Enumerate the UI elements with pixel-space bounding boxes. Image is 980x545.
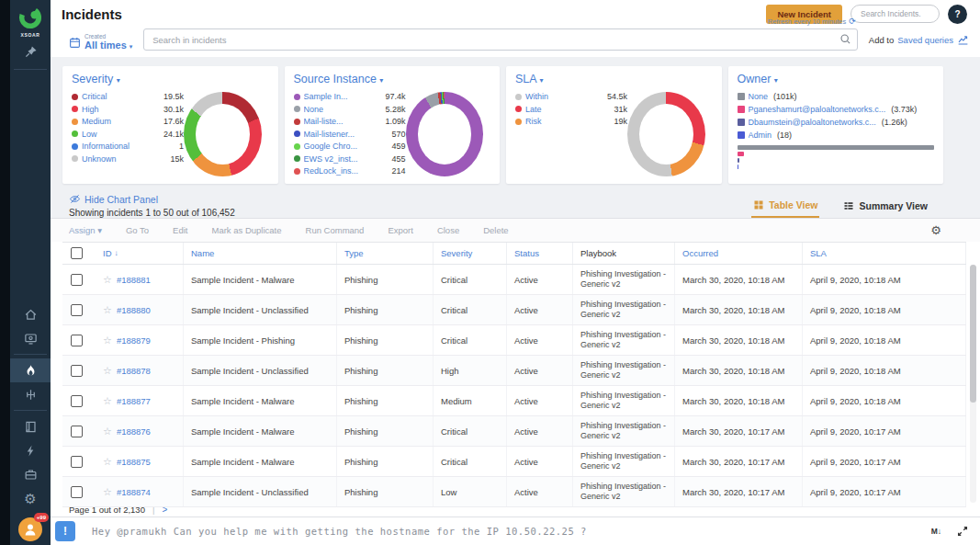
scrollbar-thumb[interactable] [970,265,976,403]
user-avatar[interactable]: +99 [18,517,42,541]
table-row[interactable]: ☆#188875Sample Incident - MalwarePhishin… [62,447,966,477]
owner-bar[interactable] [738,158,740,163]
row-checkbox[interactable] [71,395,83,407]
legend-item[interactable]: High30.1k [72,105,184,114]
legend-item[interactable]: Critical19.5k [72,92,184,101]
table-row[interactable]: ☆#188879Sample Incident - PhishingPhishi… [62,325,966,356]
legend-item[interactable]: Pganeshamurt@paloaltonetworks.c...(3.73k… [738,105,918,114]
incident-id-link[interactable]: #188875 [117,457,151,467]
table-row[interactable]: ☆#188876Sample Incident - MalwarePhishin… [62,416,966,447]
saved-queries-link[interactable]: Saved queries [897,35,953,45]
action-go-to[interactable]: Go To [126,225,149,235]
star-icon[interactable]: ☆ [103,274,112,286]
table-row[interactable]: ☆#188880Sample Incident - UnclassifiedPh… [62,295,966,325]
row-checkbox[interactable] [71,304,83,316]
legend-item[interactable]: None5.28k [294,105,406,114]
sidebar-item-dashboards[interactable] [10,326,51,350]
legend-item[interactable]: EWS v2_inst...455 [294,154,406,164]
table-row[interactable]: ☆#188878Sample Incident - UnclassifiedPh… [62,356,966,386]
table-row[interactable]: ☆#188881Sample Incident - MalwarePhishin… [62,265,966,295]
action-edit[interactable]: Edit [173,225,187,235]
incident-id-link[interactable]: #188878 [117,366,151,376]
star-icon[interactable]: ☆ [103,395,112,407]
pin-icon[interactable] [17,40,44,62]
sidebar-item-home[interactable] [10,302,51,326]
owner-bar[interactable] [738,145,935,150]
star-icon[interactable]: ☆ [103,335,112,346]
incident-id-link[interactable]: #188876 [117,426,151,437]
incident-id-link[interactable]: #188874 [117,487,151,497]
global-search-input[interactable] [850,5,940,23]
donut-chart[interactable] [406,92,484,176]
legend-item[interactable]: Within54.5k [515,92,627,101]
star-icon[interactable]: ☆ [103,486,112,498]
legend-item[interactable]: Sample In...97.4k [294,92,406,101]
donut-chart[interactable] [184,92,262,176]
star-icon[interactable]: ☆ [103,365,112,377]
legend-item[interactable]: Admin(18) [738,131,793,140]
incident-id-link[interactable]: #188879 [117,335,151,346]
column-header-name[interactable]: Name [184,243,337,264]
chart-title[interactable]: SLA ▾ [515,73,713,85]
column-header-type[interactable]: Type [337,243,434,264]
chart-title[interactable]: Source Instance ▾ [294,73,491,85]
legend-item[interactable]: Mail-liste...1.09k [294,117,406,126]
column-header-occurred[interactable]: Occurred [675,243,803,264]
sidebar-item-incidents[interactable] [10,358,51,382]
help-button[interactable]: ? [948,5,967,24]
chat-input[interactable]: Hey @pramukh Can you help me with gettin… [92,526,931,537]
legend-item[interactable]: Late31k [515,105,627,114]
action-delete[interactable]: Delete [483,225,508,235]
row-checkbox[interactable] [71,365,83,377]
table-scrollbar[interactable] [970,265,976,503]
action-export[interactable]: Export [388,225,412,235]
owner-bar[interactable] [738,165,738,169]
sidebar-item-jobs[interactable] [10,462,51,486]
action-mark-as-duplicate[interactable]: Mark as Duplicate [211,225,281,235]
owner-bar[interactable] [738,152,745,156]
chart-title[interactable]: Severity ▾ [72,73,269,85]
row-checkbox[interactable] [71,274,83,286]
table-settings-gear-icon[interactable]: ⚙ [930,224,941,236]
legend-item[interactable]: Informational1 [72,142,184,151]
legend-item[interactable]: Low24.1k [72,130,184,139]
incident-id-link[interactable]: #188877 [117,396,151,406]
tab-table-view[interactable]: Table View [751,196,819,218]
row-checkbox[interactable] [71,426,83,437]
legend-item[interactable]: Mail-listener...570 [294,130,406,139]
action-close[interactable]: Close [437,225,459,235]
star-icon[interactable]: ☆ [103,456,112,468]
action-assign[interactable]: Assign ▾ [69,225,102,235]
donut-chart[interactable] [627,92,705,176]
column-header-status[interactable]: Status [507,243,573,264]
legend-item[interactable]: Risk19k [515,117,627,126]
star-icon[interactable]: ☆ [103,304,112,316]
table-row[interactable]: ☆#188877Sample Incident - MalwarePhishin… [62,386,966,416]
action-run-command[interactable]: Run Command [306,225,365,235]
expand-icon[interactable] [956,525,969,538]
tab-summary-view[interactable]: Summary View [841,196,929,218]
row-checkbox[interactable] [71,486,83,498]
legend-item[interactable]: None(101k) [738,92,797,101]
legend-item[interactable]: RedLock_ins...214 [294,166,406,176]
incident-id-link[interactable]: #188881 [117,275,151,285]
incident-id-link[interactable]: #188880 [117,305,151,315]
legend-item[interactable]: Unknown15k [72,154,184,164]
column-header-sla[interactable]: SLA [803,243,966,264]
chart-title[interactable]: Owner ▾ [738,73,935,85]
sidebar-item-war-room[interactable] [10,382,51,406]
markdown-icon[interactable]: M↓ [931,527,941,536]
sidebar-item-settings[interactable]: ⚙ [10,486,51,510]
star-icon[interactable]: ☆ [103,426,112,437]
row-checkbox[interactable] [71,335,83,346]
sidebar-item-playbooks[interactable] [10,414,51,438]
column-header-severity[interactable]: Severity [434,243,507,264]
created-time-filter[interactable]: Created All times ▾ [69,33,132,51]
column-header-id[interactable]: ID↓ [96,243,184,264]
column-header-playbook[interactable]: Playbook [573,243,675,264]
select-all-checkbox[interactable] [71,247,83,259]
command-bang-button[interactable]: ! [55,521,75,541]
sidebar-item-automation[interactable] [10,438,51,462]
table-row[interactable]: ☆#188874Sample Incident - UnclassifiedPh… [62,477,966,507]
legend-item[interactable]: Medium17.6k [72,117,184,126]
